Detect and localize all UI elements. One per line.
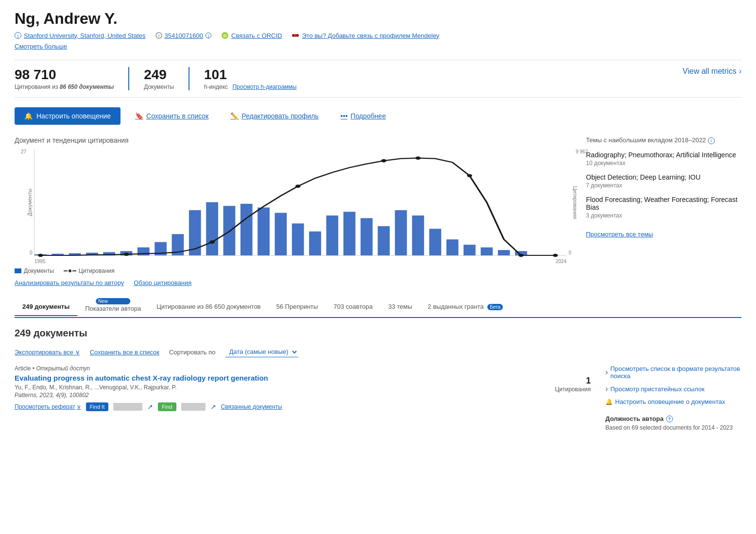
notify-docs-link[interactable]: Настроить оповещение о документах — [605, 398, 741, 405]
chart-dot — [209, 240, 215, 244]
docs-controls: Экспортировать все ∨ Сохранить все в спи… — [15, 347, 741, 357]
export-link[interactable]: Экспортировать все ∨ — [15, 349, 80, 356]
topics-info-icon[interactable]: i — [708, 137, 715, 144]
orcid-icon: ID — [221, 32, 229, 39]
svg-rect-33 — [481, 248, 493, 255]
svg-rect-34 — [498, 250, 510, 255]
dots-icon: ••• — [341, 112, 348, 120]
chart-dot — [124, 253, 129, 256]
hindex-label: h-индекс Просмотр h-диаграммы — [204, 83, 296, 90]
svg-rect-29 — [412, 216, 424, 255]
analyze-link[interactable]: Анализировать результаты по автору — [15, 279, 124, 286]
new-badge: New — [96, 298, 130, 304]
orcid-link[interactable]: ID Связать с ORCID — [221, 32, 282, 39]
bell-icon: 🔔 — [24, 112, 33, 120]
topic-item-1: Radiography; Pneumothorax; Artificial In… — [586, 151, 741, 167]
hindex-block: 101 h-индекс Просмотр h-диаграммы — [204, 67, 311, 90]
docs-grid: Article • Открытый доступ Evaluating pro… — [15, 365, 741, 431]
chart-dot — [553, 254, 558, 257]
svg-rect-25 — [344, 212, 356, 255]
documents-label: Документы — [144, 83, 174, 90]
affiliation-link[interactable]: i Stanford University, Stanford, United … — [15, 32, 146, 39]
author-role-help-icon[interactable]: ? — [666, 416, 673, 422]
doc-item-1: Article • Открытый доступ Evaluating pro… — [15, 365, 591, 411]
chevron-down-icon: ∨ — [75, 349, 80, 356]
mendeley-icon — [292, 32, 299, 39]
more-button[interactable]: ••• Подробнее — [333, 107, 393, 125]
chart-y-max-left: 27 — [21, 149, 26, 154]
chart-y-max-right: 9 962 — [576, 149, 588, 154]
abstract-link[interactable]: Просмотреть реферат ∨ — [15, 403, 81, 410]
svg-text:S: S — [157, 34, 160, 37]
save-all-link[interactable]: Сохранить все в список — [90, 349, 159, 356]
chart-svg — [34, 149, 567, 255]
find2-logo — [181, 403, 206, 411]
tab-grants[interactable]: 2 выданных гранта Бета — [420, 298, 511, 316]
edit-button[interactable]: ✏️ Редактировать профиль — [223, 107, 326, 125]
document-list: Article • Открытый доступ Evaluating pro… — [15, 365, 591, 431]
find-it-logo — [113, 403, 142, 411]
find-button-2[interactable]: Find — [158, 402, 176, 411]
arrow-icon: › — [739, 67, 741, 76]
see-more-link[interactable]: Смотреть больше — [15, 43, 67, 50]
svg-rect-17 — [206, 202, 218, 256]
mendeley-link[interactable]: Это вы? Добавьте связь с профилем Mendel… — [292, 32, 439, 39]
topics-title: Темы с наибольшим вкладом 2018–2022 i — [586, 136, 741, 144]
citations-block: 98 710 Цитирования из 86 650 документы — [15, 67, 129, 90]
chart-dot — [38, 254, 43, 257]
content-grid: Документ и тенденции цитирования Докумен… — [15, 136, 741, 286]
scopus-id[interactable]: S 35410071600 i — [155, 32, 212, 39]
external-link-icon-2: ↗ — [210, 403, 216, 411]
sort-select[interactable]: Дата (самые новые) — [225, 347, 298, 357]
svg-rect-20 — [258, 207, 270, 255]
chart-container: Документы Цитирования 27 0 9 962 0 1995 … — [34, 149, 567, 256]
chart-y-zero-right: 0 — [568, 250, 571, 255]
svg-rect-21 — [275, 213, 287, 255]
chart-x-start: 1995 — [34, 259, 45, 264]
beta-badge: Бета — [487, 304, 503, 310]
chart-y-label-right: Цитирования — [572, 186, 578, 219]
scopus-icon: S — [155, 32, 162, 39]
info-icon-2: i — [206, 33, 211, 38]
related-docs-link[interactable]: Связанные документы — [221, 403, 282, 410]
view-all-topics-link[interactable]: Просмотреть все темы — [586, 231, 653, 238]
find-it-button[interactable]: Find It — [86, 402, 109, 411]
chart-x-end: 2024 — [556, 259, 567, 264]
doc-actions: Просмотреть реферат ∨ Find It ↗ Find ↗ С… — [15, 402, 545, 411]
notify-button[interactable]: 🔔 Настроить оповещение — [15, 107, 120, 125]
documents-block: 249 Документы — [144, 67, 189, 90]
tab-citations[interactable]: Цитирование из 86 650 документов — [149, 298, 268, 316]
svg-rect-19 — [241, 204, 253, 255]
hindex-number: 101 — [204, 67, 296, 83]
chart-legend: Документы Цитирования — [15, 267, 571, 274]
search-format-link[interactable]: Просмотреть список в формате результатов… — [605, 365, 741, 380]
doc-type: Article • Открытый доступ — [15, 365, 591, 372]
legend-line-icon — [64, 269, 76, 272]
view-all-metrics-link[interactable]: View all metrics › — [683, 67, 741, 76]
chart-y-zero-left: 0 — [30, 250, 33, 255]
chart-dot — [467, 174, 472, 177]
cited-by-link[interactable]: Просмотр пристатейных ссылок — [605, 384, 741, 393]
chart-dot — [518, 254, 524, 257]
tab-author-metrics[interactable]: New Показатели автора — [77, 296, 149, 318]
svg-rect-26 — [361, 218, 373, 255]
author-meta: i Stanford University, Stanford, United … — [15, 32, 741, 39]
chart-y-label-left: Документы — [27, 188, 33, 216]
documents-section-title: 249 документы — [15, 328, 741, 339]
tab-preprints[interactable]: 56 Препринты — [269, 298, 326, 316]
h-diagram-link[interactable]: Просмотр h-диаграммы — [232, 83, 296, 90]
doc-title[interactable]: Evaluating progress in automatic chest X… — [15, 374, 545, 382]
legend-citations: Цитирования — [64, 267, 115, 274]
save-button[interactable]: 🔖 Сохранить в список — [128, 107, 216, 125]
tabs-bar: 249 документы New Показатели автора Цити… — [15, 296, 741, 318]
tab-coauthors[interactable]: 703 соавтора — [326, 298, 380, 316]
tab-topics[interactable]: 33 темы — [380, 298, 420, 316]
tab-documents[interactable]: 249 документы — [15, 298, 77, 316]
legend-bar-icon — [15, 268, 21, 273]
author-role-title: Должность автора ? — [605, 415, 741, 422]
external-link-icon: ↗ — [147, 403, 153, 411]
author-role-desc: Based on 69 selected documents for 2014 … — [605, 424, 741, 431]
citation-overview-link[interactable]: Обзор цитирования — [134, 279, 191, 286]
metrics-bar: 98 710 Цитирования из 86 650 документы 2… — [15, 60, 741, 98]
citations-label: Цитирования из 86 650 документы — [15, 83, 114, 90]
